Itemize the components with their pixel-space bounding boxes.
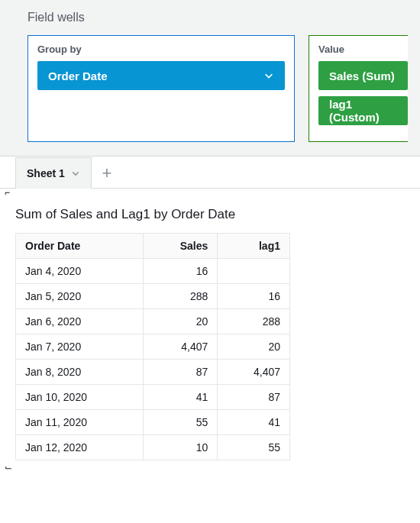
table-body: Jan 4, 202016Jan 5, 202028816Jan 6, 2020… xyxy=(16,259,290,460)
cell-sales: 55 xyxy=(144,410,218,435)
cell-lag1: 288 xyxy=(218,309,290,334)
cell-sales: 288 xyxy=(144,284,218,309)
table-row[interactable]: Jan 11, 20205541 xyxy=(16,410,290,435)
chevron-down-icon[interactable] xyxy=(71,169,80,178)
col-lag1[interactable]: lag1 xyxy=(218,234,290,259)
well-value-label: Value xyxy=(318,44,408,55)
pill-lag1-custom[interactable]: lag1 (Custom) xyxy=(318,96,408,125)
cell-sales: 4,407 xyxy=(144,334,218,360)
cell-order-date: Jan 6, 2020 xyxy=(16,309,144,334)
col-sales[interactable]: Sales xyxy=(144,234,218,259)
cell-order-date: Jan 7, 2020 xyxy=(16,334,144,360)
add-sheet-button[interactable]: + xyxy=(92,157,122,189)
table-row[interactable]: Jan 7, 20204,40720 xyxy=(16,334,290,360)
groupby-pill-stack: Order Date xyxy=(37,61,285,90)
table-header-row: Order Date Sales lag1 xyxy=(16,234,290,259)
pill-sales-sum-label: Sales (Sum) xyxy=(329,69,395,82)
sheet-tabs: Sheet 1 + xyxy=(0,157,420,189)
cell-order-date: Jan 8, 2020 xyxy=(16,360,144,385)
cell-lag1: 87 xyxy=(218,385,290,410)
cell-order-date: Jan 10, 2020 xyxy=(16,385,144,410)
well-value[interactable]: Value Sales (Sum) lag1 (Custom) xyxy=(309,35,408,142)
cell-sales: 41 xyxy=(144,385,218,410)
table-row[interactable]: Jan 5, 202028816 xyxy=(16,284,290,309)
fieldwells-title: Field wells xyxy=(27,11,408,24)
cell-sales: 10 xyxy=(144,435,218,460)
cell-sales: 87 xyxy=(144,360,218,385)
table-row[interactable]: Jan 10, 20204187 xyxy=(16,385,290,410)
col-order-date[interactable]: Order Date xyxy=(16,234,144,259)
cell-lag1: 41 xyxy=(218,410,290,435)
pill-lag1-custom-label: lag1 (Custom) xyxy=(329,98,397,124)
selection-bracket-bottom: ⌙ xyxy=(0,463,420,471)
cell-order-date: Jan 11, 2020 xyxy=(16,410,144,435)
table-row[interactable]: Jan 8, 2020874,407 xyxy=(16,360,290,385)
table-row[interactable]: Jan 4, 202016 xyxy=(16,259,290,284)
pill-order-date-label: Order Date xyxy=(48,69,108,82)
well-groupby-label: Group by xyxy=(37,44,285,55)
cell-sales: 20 xyxy=(144,309,218,334)
cell-lag1: 16 xyxy=(218,284,290,309)
pill-order-date[interactable]: Order Date xyxy=(37,61,285,90)
fieldwells-panel: Field wells Group by Order Date Value Sa… xyxy=(0,0,420,157)
selection-bracket-top: ⌐ xyxy=(0,189,420,196)
tab-sheet-1-label: Sheet 1 xyxy=(27,167,65,179)
cell-lag1: 4,407 xyxy=(218,360,290,385)
cell-order-date: Jan 5, 2020 xyxy=(16,284,144,309)
cell-order-date: Jan 12, 2020 xyxy=(16,435,144,460)
table-row[interactable]: Jan 12, 20201055 xyxy=(16,435,290,460)
cell-lag1: 20 xyxy=(218,334,290,360)
cell-sales: 16 xyxy=(144,259,218,284)
data-table: Order Date Sales lag1 Jan 4, 202016Jan 5… xyxy=(15,233,290,460)
value-pill-stack: Sales (Sum) lag1 (Custom) xyxy=(318,61,408,125)
chevron-down-icon xyxy=(263,70,274,81)
tab-sheet-1[interactable]: Sheet 1 xyxy=(15,157,92,189)
table-row[interactable]: Jan 6, 202020288 xyxy=(16,309,290,334)
cell-order-date: Jan 4, 2020 xyxy=(16,259,144,284)
well-groupby[interactable]: Group by Order Date xyxy=(27,35,295,142)
cell-lag1: 55 xyxy=(218,435,290,460)
visual[interactable]: Sum of Sales and Lag1 by Order Date Orde… xyxy=(0,196,420,460)
plus-icon: + xyxy=(102,163,111,183)
cell-lag1 xyxy=(218,259,290,284)
pill-sales-sum[interactable]: Sales (Sum) xyxy=(318,61,408,90)
fieldwells-row: Group by Order Date Value Sales (Sum) la… xyxy=(27,35,408,142)
visual-title: Sum of Sales and Lag1 by Order Date xyxy=(15,207,405,222)
